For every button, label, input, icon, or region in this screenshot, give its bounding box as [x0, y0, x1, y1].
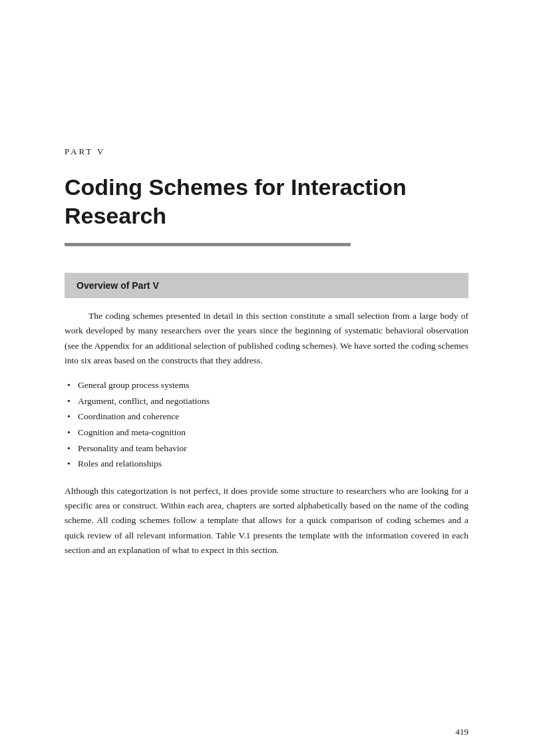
intro-paragraph: The coding schemes presented in detail i… — [65, 309, 468, 368]
list-item: Argument, conflict, and negotiations — [65, 393, 468, 409]
overview-box: Overview of Part V — [65, 273, 468, 298]
bullet-list: General group process systems Argument, … — [65, 377, 468, 472]
list-item: Coordination and coherence — [65, 409, 468, 425]
page: PART V Coding Schemes for Interaction Re… — [0, 0, 533, 756]
page-number: 419 — [456, 727, 469, 737]
chapter-divider — [65, 243, 351, 246]
closing-paragraph: Although this categorization is not perf… — [65, 484, 468, 558]
part-label: PART V — [65, 146, 468, 157]
list-item: Roles and relationships — [65, 456, 468, 472]
list-item: General group process systems — [65, 377, 468, 393]
list-item: Personality and team behavior — [65, 441, 468, 457]
chapter-title: Coding Schemes for Interaction Research — [65, 173, 468, 230]
content-area: PART V Coding Schemes for Interaction Re… — [0, 0, 533, 607]
overview-title: Overview of Part V — [77, 280, 159, 291]
list-item: Cognition and meta-cognition — [65, 425, 468, 441]
